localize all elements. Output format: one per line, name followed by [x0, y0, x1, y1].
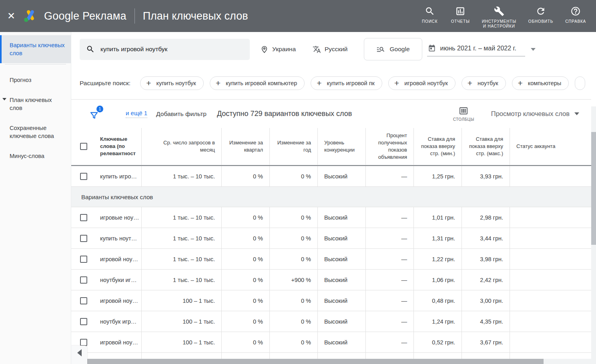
filter-button[interactable]: 1 [89, 107, 102, 121]
header-competition[interactable]: Уровень конкуренции [317, 128, 365, 165]
table-row: ноутбуки иг…1 тыс. – 10 тыс.0 %+900 %Выс… [71, 270, 591, 290]
keyword-chip-partial[interactable] [575, 76, 585, 90]
row-checkbox[interactable] [80, 256, 87, 263]
search-action-button[interactable]: ПОИСК [415, 1, 445, 26]
header-avg-monthly-searches[interactable]: Ср. число запросов в месяц [141, 128, 221, 165]
more-filters-link[interactable]: и ещё 1 [126, 110, 147, 118]
change-quarter-cell: 0 % [221, 332, 269, 352]
keyword-chip[interactable]: +купить игровой компьютер [210, 76, 305, 90]
header-account-status[interactable]: Статус аккаунта [510, 128, 591, 165]
row-checkbox[interactable] [80, 297, 87, 304]
collapse-panel-button[interactable] [71, 346, 87, 364]
translate-icon [313, 45, 321, 54]
account-status-cell [510, 332, 591, 352]
main-content: Украина Русский Google июнь 2021 г. – ма… [71, 32, 596, 364]
plus-icon: + [468, 79, 472, 87]
row-checkbox[interactable] [80, 318, 87, 325]
competition-cell: Высокий [317, 249, 365, 269]
row-checkbox[interactable] [80, 339, 87, 346]
sidebar-item-saved-keywords[interactable]: Сохраненные ключевые слова [0, 118, 71, 146]
row-checkbox[interactable] [80, 214, 87, 221]
add-filter-button[interactable]: Добавить фильтр [156, 110, 207, 118]
keyword-chip[interactable]: +купить ноутбук [140, 76, 204, 90]
help-button[interactable]: СПРАВКА [559, 1, 592, 26]
select-all-checkbox[interactable] [80, 143, 87, 150]
account-status-cell [510, 311, 591, 332]
action-label: ОТЧЕТЫ [451, 19, 470, 24]
tools-settings-button[interactable]: ИНСТРУМЕНТЫ И НАСТРОЙКИ [476, 1, 522, 31]
page-title: План ключевых слов [143, 10, 248, 22]
plus-icon: + [146, 79, 151, 87]
account-status-cell [510, 270, 591, 290]
keyword-chip[interactable]: +ноутбук [462, 76, 506, 90]
sidebar-item-keyword-plan[interactable]: План ключевых слов [0, 90, 71, 118]
keyword-chip[interactable]: +игровой ноутбук [388, 76, 456, 90]
impression-share-cell: — [365, 207, 413, 228]
keyword-table-body: купить игро…1 тыс. – 10 тыс.0 %0 %Высоки… [71, 165, 591, 364]
competition-cell: Высокий [317, 311, 365, 332]
keyword-chip[interactable]: +купить игровой пк [311, 76, 382, 90]
header-change-year[interactable]: Изменение за год [269, 128, 317, 165]
table-toolbar: 1 и ещё 1 Добавить фильтр Доступно 729 в… [71, 99, 591, 128]
change-quarter-cell: 0 % [221, 228, 269, 248]
change-quarter-cell: 0 % [221, 311, 269, 332]
header-change-quarter[interactable]: Изменение за квартал [221, 128, 269, 165]
header-impression-share[interactable]: Процент полученных показов объявления [365, 128, 413, 165]
table-row: игровой ноу…100 – 1 тыс.0 %0 %Высокий—0,… [71, 332, 591, 353]
date-range-selector[interactable]: июнь 2021 г. – май 2022 г. [427, 42, 536, 56]
top-bid-min-cell: 1,22 грн. [413, 249, 462, 269]
change-quarter-cell: 0 % [221, 270, 269, 290]
keywords-table: Ключевые слова (по релевантност Ср. числ… [71, 128, 591, 364]
columns-button[interactable]: СТОЛБЦЫ [453, 106, 474, 122]
location-selector[interactable]: Украина [260, 45, 296, 54]
header-top-bid-min[interactable]: Ставка для показа вверху стр. (мин.) [413, 128, 462, 165]
header-top-bid-max[interactable]: Ставка для показа вверху стр. (макс.) [462, 128, 510, 165]
top-bid-min-cell: 0,48 грн. [413, 290, 462, 311]
network-selector-button[interactable]: Google [364, 38, 422, 60]
row-checkbox[interactable] [80, 173, 87, 180]
sidebar-item-forecast[interactable]: Прогноз [0, 70, 71, 90]
horizontal-scrollbar [87, 359, 591, 364]
location-pin-icon [260, 45, 269, 54]
searches-cell: 1 тыс. – 10 тыс. [141, 207, 221, 228]
view-selector-label: Просмотр ключевых слов [491, 110, 570, 118]
searches-cell: 1 тыс. – 10 тыс. [141, 270, 221, 290]
topbar-actions: ПОИСК ОТЧЕТЫ ИНСТРУМЕНТЫ И НАСТРОЙКИ ОБН… [415, 1, 596, 31]
horizontal-scrollbar-thumb[interactable] [87, 359, 544, 364]
row-checkbox-cell [71, 290, 96, 311]
account-status-cell [510, 207, 591, 228]
manage-search-icon [376, 45, 385, 54]
table-row: игровой ноу…1 тыс. – 10 тыс.0 %0 %Высоки… [71, 249, 591, 270]
keyword-cell: купить ноут… [96, 228, 141, 248]
competition-cell: Высокий [317, 207, 365, 228]
sidebar-item-keyword-ideas[interactable]: Варианты ключевых слов [0, 35, 71, 63]
top-bid-max-cell: 4,35 грн. [462, 311, 510, 332]
row-checkbox[interactable] [80, 276, 87, 284]
account-status-cell [510, 166, 591, 186]
wrench-icon [494, 6, 504, 16]
close-icon[interactable]: ✕ [0, 10, 22, 22]
impression-share-cell: — [365, 311, 413, 332]
top-bid-min-cell: 1,01 грн. [413, 207, 462, 228]
top-bid-max-cell: 2,42 грн. [462, 270, 510, 290]
keyword-chip[interactable]: +компьютеры [512, 76, 569, 90]
sidebar-item-negative-keywords[interactable]: Минус-слова [0, 146, 71, 166]
top-bid-max-cell: 3,00 грн. [462, 290, 510, 311]
keyword-view-selector[interactable]: Просмотр ключевых слов [491, 110, 579, 118]
impression-share-cell: — [365, 228, 413, 248]
reports-button[interactable]: ОТЧЕТЫ [445, 1, 476, 26]
search-icon [86, 45, 95, 54]
refresh-button[interactable]: ОБНОВИТЬ [522, 1, 559, 26]
row-checkbox[interactable] [80, 235, 87, 242]
vertical-scrollbar-thumb[interactable] [591, 132, 596, 245]
searches-cell: 100 – 1 тыс. [141, 311, 221, 332]
competition-cell: Высокий [317, 166, 365, 186]
keyword-planner-app: ✕ Google Реклама План ключевых слов ПОИС… [0, 0, 596, 364]
header-keyword[interactable]: Ключевые слова (по релевантност [96, 128, 141, 165]
broaden-search-label: Расширьте поиск: [80, 80, 130, 87]
keyword-search-input[interactable] [100, 46, 243, 53]
keyword-search-box [80, 39, 250, 60]
top-bid-max-cell: 3,67 грн. [462, 332, 510, 352]
language-selector[interactable]: Русский [313, 45, 348, 54]
sidebar-nav: Варианты ключевых слов Прогноз План ключ… [0, 32, 71, 364]
